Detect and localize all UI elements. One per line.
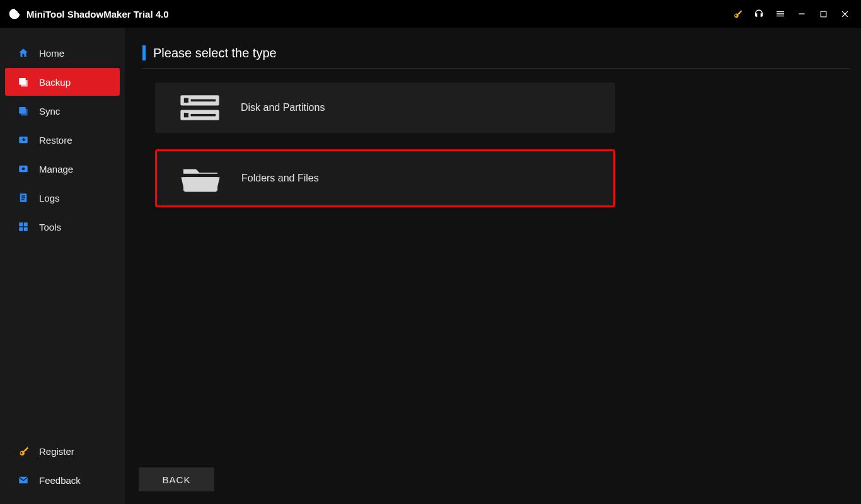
disk-icon — [176, 90, 223, 125]
svg-rect-5 — [21, 109, 28, 116]
maximize-icon[interactable] — [814, 5, 832, 23]
app-title: MiniTool ShadowMaker Trial 4.0 — [26, 9, 169, 20]
folder-icon — [177, 161, 224, 196]
svg-rect-1 — [821, 11, 826, 17]
sidebar-item-sync[interactable]: Sync — [5, 97, 120, 125]
sidebar: Home Backup Sync — [0, 28, 125, 504]
backup-icon — [16, 75, 30, 89]
main-content: Please select the type Disk — [125, 28, 861, 504]
mail-icon — [16, 473, 30, 487]
sidebar-item-restore[interactable]: Restore — [5, 126, 120, 154]
sidebar-item-label: Logs — [39, 193, 60, 203]
option-label: Disk and Partitions — [241, 102, 325, 113]
heading-text: Please select the type — [153, 46, 277, 60]
key-icon — [16, 444, 30, 458]
restore-icon — [16, 133, 30, 147]
page-heading: Please select the type — [142, 45, 850, 69]
svg-rect-10 — [21, 195, 25, 197]
svg-point-8 — [22, 168, 25, 171]
type-options: Disk and Partitions Folders and Files — [155, 83, 615, 207]
key-icon[interactable] — [729, 5, 746, 23]
svg-rect-19 — [184, 98, 188, 103]
sync-icon — [16, 104, 30, 118]
svg-rect-20 — [191, 100, 216, 102]
home-icon — [16, 46, 30, 60]
sidebar-item-label: Backup — [39, 77, 71, 88]
sidebar-item-label: Manage — [39, 164, 73, 175]
svg-rect-13 — [19, 222, 23, 226]
option-label: Folders and Files — [241, 173, 319, 184]
sidebar-item-backup[interactable]: Backup — [5, 68, 120, 96]
sidebar-item-label: Tools — [39, 222, 61, 232]
minimize-icon[interactable] — [793, 5, 811, 23]
svg-rect-23 — [191, 114, 216, 117]
svg-rect-3 — [21, 80, 28, 87]
sidebar-item-register[interactable]: Register — [5, 437, 120, 465]
sidebar-item-home[interactable]: Home — [5, 39, 120, 67]
footer: BACK — [136, 467, 850, 504]
sidebar-item-tools[interactable]: Tools — [5, 213, 120, 241]
svg-rect-16 — [24, 227, 28, 231]
tools-icon — [16, 220, 30, 234]
app-window: MiniTool ShadowMaker Trial 4.0 — [0, 0, 861, 504]
menu-icon[interactable] — [771, 5, 789, 23]
sidebar-item-logs[interactable]: Logs — [5, 184, 120, 212]
option-disk-partitions[interactable]: Disk and Partitions — [155, 83, 615, 133]
sidebar-item-feedback[interactable]: Feedback — [5, 466, 120, 494]
logs-icon — [16, 191, 30, 205]
svg-rect-15 — [19, 227, 23, 231]
titlebar: MiniTool ShadowMaker Trial 4.0 — [0, 0, 861, 28]
svg-rect-11 — [21, 197, 25, 198]
app-logo-icon — [8, 7, 21, 21]
close-icon[interactable] — [836, 5, 853, 23]
svg-rect-14 — [24, 222, 28, 226]
sidebar-item-label: Restore — [39, 135, 72, 146]
body: Home Backup Sync — [0, 28, 861, 504]
svg-rect-12 — [21, 199, 25, 200]
sidebar-item-label: Feedback — [39, 475, 81, 486]
svg-rect-0 — [799, 13, 804, 14]
heading-accent — [142, 45, 146, 60]
sidebar-item-label: Register — [39, 446, 74, 457]
option-folders-files[interactable]: Folders and Files — [155, 149, 615, 207]
back-button[interactable]: BACK — [139, 467, 214, 491]
headset-icon[interactable] — [750, 5, 768, 23]
sidebar-item-manage[interactable]: Manage — [5, 155, 120, 183]
svg-rect-24 — [183, 174, 217, 177]
sidebar-item-label: Home — [39, 48, 64, 59]
svg-rect-22 — [184, 113, 188, 117]
manage-icon — [16, 162, 30, 176]
sidebar-item-label: Sync — [39, 106, 60, 117]
